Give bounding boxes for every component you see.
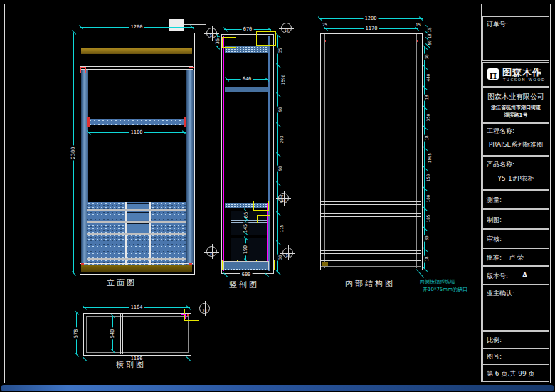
elevation-width-dim: 1200 [80,27,194,28]
vsection-view-label: 竖剖图 [229,280,259,290]
detail-balloon-icon: 18 [281,23,292,33]
vsection-detail-box-1 [222,37,236,48]
titleblock-approve-row: 批准: 卢 荣 [482,248,549,266]
vsection-left-magenta-line [223,36,224,271]
elevation-side-panel-right [186,70,194,265]
detail-balloon-icon: 18 [199,303,210,314]
internal-shelf-1a [321,107,421,107]
callout-leader-horizontal [184,24,206,25]
elevation-red-mark-left [80,67,86,73]
vsection-shelf-dim: 640 [226,79,268,80]
vsection-mid-shelf [225,87,268,92]
bottom-blue-bar [1,385,554,391]
titleblock-project-row: 工程名称: PRAISE系列标准图 [482,123,549,156]
internal-view-label: 内部结构图 [345,278,395,289]
vsection-drawer-box-2 [231,222,268,235]
cad-drawing-canvas: 1200 2380 1100 立面图 670 35 640 65 [0,0,555,392]
titleblock-draft-row: 制图: [482,209,549,229]
figure-number-label: 图号: [487,352,502,361]
kickline-note-line-2: 开10*75mm的缺口 [423,286,467,293]
elevation-shelf-line-2 [80,69,193,70]
detail-balloon-icon: 18 [278,193,289,203]
elevation-rod-bracket-right [184,117,186,127]
page-info: 第 6 页,共 99 页 [487,369,534,378]
titleblock-review-row: 审核: [482,229,549,248]
version-label: 版本号: [487,272,508,281]
elevation-view-label: 立面图 [107,277,137,288]
titleblock-version-row: 版本号: A [482,266,549,285]
titleblock-order-row: 订单号: [482,16,549,61]
hsection-inner-dim: 548 [112,317,113,351]
hsection-view-label: 横剖图 [116,359,146,370]
elevation-drawer-rail-4 [87,258,186,260]
elevation-height-dim: 2380 [73,33,74,273]
vsection-detail-box-3 [253,201,269,211]
callout-leader-vertical [176,0,176,20]
vsection-drawer-dim-3: 190 [245,239,246,260]
elevation-drawer-rail-3 [87,233,186,235]
internal-outline [320,33,423,270]
product-name-label: 产品名称: [487,160,514,169]
internal-top-band-line-2 [321,43,421,43]
scale-label: 比例: [487,336,502,345]
internal-right-dim-chain: 30440183501810651501001858018 [424,47,434,269]
company-name: 图森木业有限公司 [483,92,549,102]
elevation-top-line [80,41,193,41]
internal-right-small-dim: 15 [415,22,421,27]
vsection-plinth-section [223,261,269,270]
hsection-magenta-chip [181,314,186,319]
detail-balloon-icon: 18 [206,28,217,38]
approve-label: 批准: [487,253,502,263]
review-label: 审核: [487,235,502,244]
internal-side-line-right [416,34,417,268]
vsection-drawer-box-3 [231,238,268,263]
internal-shelf-3a [321,213,421,214]
internal-top-right-dim-chain: 181850 [427,27,435,46]
elevation-rod-dim: 1100 [88,132,186,133]
hsection-divider-1 [120,314,121,354]
elevation-drawer-rail-1 [87,209,186,211]
draft-label: 制图: [487,216,502,225]
internal-shelf-3b [321,216,421,217]
elevation-plinth [81,265,192,272]
internal-shelf-4b [321,253,421,254]
elevation-red-mark-right [189,67,194,73]
detail-balloon-icon: 18 [282,248,293,258]
project-name-label: 工程名称: [487,127,514,136]
internal-shelf-2b [321,204,421,205]
internal-total-dim: 1200 [319,18,423,19]
hsection-top-dim: 1164 [83,307,190,308]
callout-box [169,19,184,31]
internal-left-small-dim: 25 [322,22,328,27]
vsection-left-small-dim: 35 [217,36,218,47]
titleblock-logo-row: Π 图森木作 TUCSON WOOD [482,62,549,87]
vsection-bottom-dim: 600 [224,275,268,275]
vsection-top-dim: 670 [224,29,271,30]
internal-inner-dim: 1170 [324,28,418,29]
hsection-left-dim: 578 [76,313,77,354]
internal-shelf-1b [321,110,421,110]
elevation-rod-shelf-line [87,115,186,115]
project-name-value: PRAISE系列标准图 [483,140,549,149]
hsection-inner-outline [86,316,189,353]
vsection-drawer-dim-1: 65 [245,211,246,218]
order-number-label: 订单号: [487,20,508,29]
hsection-divider-2 [122,314,123,354]
elevation-center-drawer-front-1 [127,203,149,209]
titleblock-page-row: 第 6 页,共 99 页 [482,364,549,382]
elevation-shelf-line-1 [80,66,193,67]
elevation-bottom-line [80,263,193,264]
internal-base-line-2 [321,266,421,267]
elevation-rod-bracket-left [87,117,90,127]
internal-shelf-4a [321,250,421,251]
company-address-line-2: 湖滨路1号 [483,112,549,119]
titleblock-scale-row: 比例: [482,331,549,349]
product-name-value: Y5-1#P衣柜 [483,174,549,184]
version-value: A [522,272,527,279]
elevation-center-drawer-front-2 [127,212,149,220]
elevation-corner-dot-right [189,263,192,265]
kickline-note-line-1: 两侧按踢脚线端 [420,278,455,285]
elevation-crown-band [81,48,192,54]
titleblock-measure-row: 测量: [482,190,549,209]
titleblock-owner-row: 业主确认: [482,285,549,331]
